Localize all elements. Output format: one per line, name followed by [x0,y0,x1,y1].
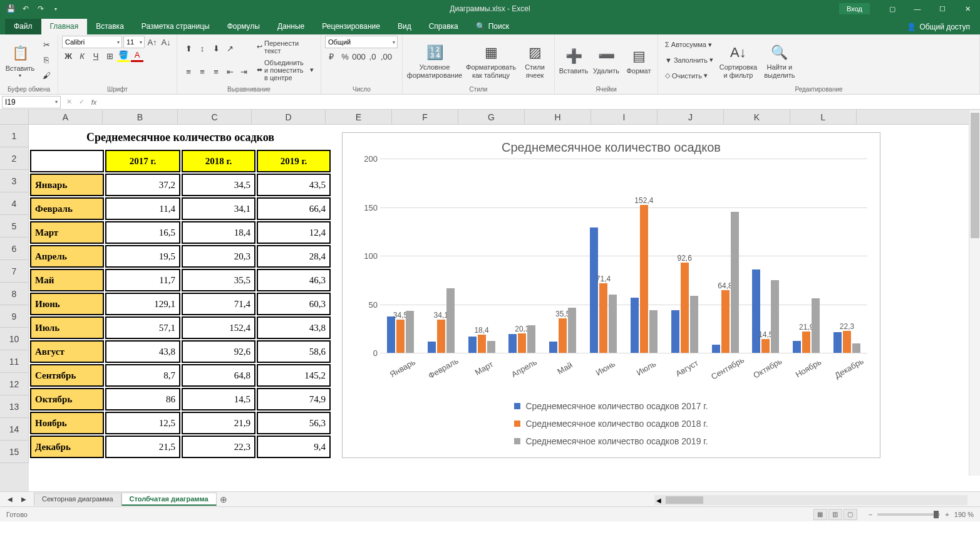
tab-вставка[interactable]: Вставка [87,19,133,34]
col-header-I[interactable]: I [591,110,658,124]
col-header-D[interactable]: D [252,110,326,124]
formula-input[interactable] [100,96,980,108]
row-header-12[interactable]: 12 [0,373,29,395]
autosum-button[interactable]: ΣАвтосумма ▾ [663,40,715,50]
name-box[interactable]: I19 [2,96,61,108]
tab-разметка страницы[interactable]: Разметка страницы [133,19,219,34]
tab-рецензирование[interactable]: Рецензирование [313,19,389,34]
undo-icon[interactable]: ↶ [20,3,31,14]
ribbon-options-icon[interactable]: ▢ [880,0,905,18]
data-table[interactable]: Среднемесячное количество осадков2017 г.… [29,125,332,459]
row-header-2[interactable]: 2 [0,147,29,170]
comma-icon[interactable]: 000 [353,50,365,63]
align-top-icon[interactable]: ⬆ [182,43,195,55]
merge-button[interactable]: ⬌Объединить и поместить в центре ▾ [255,58,316,82]
col-header-J[interactable]: J [658,110,724,124]
format-painter-icon[interactable]: 🖌 [40,70,53,82]
format-table-button[interactable]: ▦Форматировать как таблицу [465,36,517,85]
cancel-icon[interactable]: ✕ [63,98,75,106]
inc-decimal-icon[interactable]: ,0 [366,50,379,63]
indent-dec-icon[interactable]: ⇤ [224,66,236,78]
align-bottom-icon[interactable]: ⬇ [210,43,222,55]
delete-button[interactable]: ➖Удалить [591,36,621,85]
row-header-4[interactable]: 4 [0,192,29,215]
share-button[interactable]: 👤 Общий доступ [907,19,970,34]
row-header-6[interactable]: 6 [0,238,29,260]
row-header-10[interactable]: 10 [0,328,29,350]
row-header-3[interactable]: 3 [0,170,29,192]
sheet-tab[interactable]: Столбчатая диаграмма [121,493,217,506]
cut-icon[interactable]: ✂ [40,38,53,51]
decrease-font-icon[interactable]: A↓ [160,36,172,48]
vertical-scrollbar[interactable] [969,110,980,476]
col-header-H[interactable]: H [525,110,591,124]
tab-nav-prev-icon[interactable]: ◀ [4,493,16,506]
zoom-level[interactable]: 190 % [954,511,974,518]
increase-font-icon[interactable]: A↑ [146,36,158,48]
col-header-L[interactable]: L [790,110,857,124]
borders-icon[interactable]: ⊞ [103,50,116,62]
minimize-button[interactable]: — [905,0,930,18]
insert-button[interactable]: ➕Вставить [559,36,589,85]
col-header-E[interactable]: E [326,110,392,124]
view-normal-icon[interactable]: ▦ [813,509,827,520]
zoom-slider[interactable] [877,513,940,516]
cell-styles-button[interactable]: ▨Стили ячеек [519,36,550,85]
sort-button[interactable]: A↓Сортировка и фильтр [719,36,758,85]
row-header-13[interactable]: 13 [0,395,29,418]
align-middle-icon[interactable]: ↕ [196,43,209,55]
copy-icon[interactable]: ⎘ [40,54,53,66]
chart[interactable]: Среднемесячное количество осадков 050100… [342,132,880,458]
save-icon[interactable]: 💾 [5,3,16,14]
fill-button[interactable]: ▼Заполнить ▾ [663,55,715,65]
view-pagebreak-icon[interactable]: ▢ [843,509,857,520]
fx-icon[interactable]: fx [88,98,100,106]
row-header-8[interactable]: 8 [0,283,29,305]
find-button[interactable]: 🔍Найти и выделить [760,36,799,85]
number-format-select[interactable]: Общий [325,36,398,48]
zoom-out-button[interactable]: − [869,511,872,518]
col-header-F[interactable]: F [392,110,458,124]
currency-icon[interactable]: ₽ [325,50,338,63]
view-layout-icon[interactable]: ▥ [828,509,842,520]
orientation-icon[interactable]: ↗ [224,43,236,55]
signin-button[interactable]: Вход [839,3,870,14]
row-header-15[interactable]: 15 [0,441,29,463]
align-center-icon[interactable]: ≡ [196,66,209,78]
percent-icon[interactable]: % [339,50,351,63]
search-tab[interactable]: 🔍 Поиск [467,19,518,34]
tab-file[interactable]: Файл [5,19,41,34]
align-right-icon[interactable]: ≡ [210,66,222,78]
select-all-corner[interactable] [0,110,29,125]
close-button[interactable]: ✕ [955,0,980,18]
bold-icon[interactable]: Ж [62,50,75,62]
redo-icon[interactable]: ↷ [35,3,46,14]
col-header-A[interactable]: A [29,110,103,124]
tab-формулы[interactable]: Формулы [219,19,269,34]
col-header-B[interactable]: B [103,110,178,124]
horizontal-scrollbar[interactable]: ◀ [654,495,967,505]
tab-вид[interactable]: Вид [389,19,420,34]
font-color-icon[interactable]: А [131,50,143,62]
font-family-select[interactable]: Calibri [62,36,122,48]
underline-icon[interactable]: Ч [90,50,102,62]
tab-справка[interactable]: Справка [420,19,467,34]
new-sheet-button[interactable]: ⊕ [217,494,230,504]
indent-inc-icon[interactable]: ⇥ [237,66,250,78]
row-header-7[interactable]: 7 [0,260,29,283]
col-header-G[interactable]: G [458,110,525,124]
tab-данные[interactable]: Данные [269,19,313,34]
sheet-tab[interactable]: Секторная диаграмма [34,493,121,506]
row-header-11[interactable]: 11 [0,350,29,373]
enter-icon[interactable]: ✓ [75,98,88,106]
wrap-text-button[interactable]: ↩Перенести текст [255,39,316,55]
align-left-icon[interactable]: ≡ [182,66,195,78]
cond-format-button[interactable]: 🔢Условное форматирование [406,36,463,85]
dec-decimal-icon[interactable]: ,00 [380,50,393,63]
zoom-in-button[interactable]: + [945,511,949,518]
tab-nav-next-icon[interactable]: ▶ [18,493,30,506]
font-size-select[interactable]: 11 [123,36,145,48]
paste-button[interactable]: 📋 Вставить ▾ [4,36,36,85]
clear-button[interactable]: ◇Очистить ▾ [663,71,715,80]
fill-color-icon[interactable]: 🪣 [117,50,130,62]
